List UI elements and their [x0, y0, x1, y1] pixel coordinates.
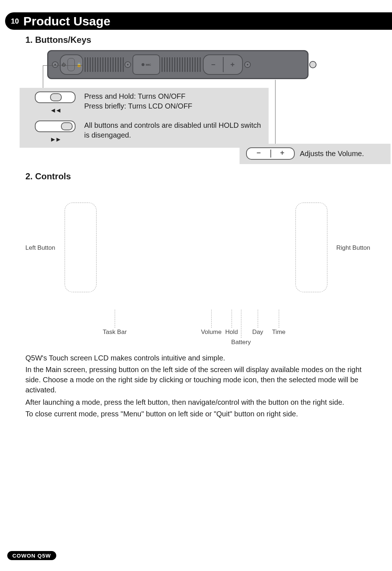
- mic-panel: MIC: [132, 54, 160, 75]
- mic-dot-icon: [142, 63, 144, 66]
- stylus-slot-icon: [309, 61, 317, 68]
- port-icon: [124, 61, 131, 68]
- hold-label: Hold: [225, 329, 238, 336]
- battery-label: Battery: [231, 339, 251, 346]
- hold-callout: ►► All buttons and controls are disabled…: [20, 117, 269, 148]
- slider-icon: [35, 91, 75, 103]
- body-p1: Q5W's Touch screen LCD makes controls in…: [25, 353, 367, 363]
- leader-line: [232, 310, 232, 328]
- volume-label: Volume: [201, 329, 222, 336]
- leader-line: [279, 310, 279, 328]
- speaker-grille-icon: [85, 57, 124, 72]
- page-title: Product Usage: [23, 14, 110, 28]
- leader-line: [211, 310, 212, 328]
- section2-heading: 2. Controls: [25, 171, 71, 182]
- page-number: 10: [11, 17, 19, 25]
- speaker-grille-icon: [162, 57, 201, 72]
- controls-diagram: Left Button Right Button Task Bar Volume…: [22, 201, 370, 353]
- body-p3: After launching a mode, press the left b…: [25, 397, 367, 407]
- hold-text: All buttons and controls are disabled un…: [84, 121, 262, 143]
- volume-callout: − + Adjusts the Volume.: [240, 144, 391, 164]
- device-top-view: ⏻ 🔒 MIC − +: [47, 50, 309, 79]
- taskbar-label: Task Bar: [103, 329, 127, 336]
- body-p2: In the Main screen, pressing button on t…: [25, 364, 367, 395]
- volume-text: Adjusts the Volume.: [300, 150, 364, 158]
- leader-line: [115, 310, 115, 328]
- volume-rocker-icon: − +: [203, 54, 243, 75]
- leader-line: [43, 65, 83, 66]
- power-switch-icon: ⏻ 🔒: [60, 54, 83, 75]
- time-label: Time: [272, 329, 285, 336]
- title-bar: 10 Product Usage: [5, 12, 392, 30]
- left-button-outline: [65, 203, 97, 292]
- section1-heading: 1. Buttons/Keys: [25, 35, 91, 45]
- power-callout: ◄◄ Press and Hold: Turns ON/OFF Press br…: [20, 88, 269, 119]
- plus-icon: +: [270, 148, 294, 159]
- port-icon: [244, 61, 251, 68]
- body-p4: To close current mode, press "Menu" butt…: [25, 409, 367, 419]
- right-button-outline: [295, 203, 327, 292]
- right-button-label: Right Button: [336, 244, 370, 252]
- port-icon: [52, 61, 58, 68]
- volume-minus-icon: −: [204, 61, 223, 69]
- volume-plus-icon: +: [223, 61, 242, 69]
- leader-line: [258, 310, 258, 328]
- power-brief-text: Press briefly: Turns LCD ON/OFF: [84, 101, 262, 111]
- forward-icon: ►►: [50, 136, 61, 143]
- minus-icon: −: [247, 148, 270, 159]
- day-label: Day: [252, 329, 263, 336]
- power-hold-text: Press and Hold: Turns ON/OFF: [84, 91, 262, 101]
- mic-label: MIC: [146, 63, 151, 66]
- slider-icon: [35, 121, 75, 132]
- left-button-label: Left Button: [25, 244, 55, 252]
- volume-button-icon: − +: [246, 147, 295, 160]
- rewind-icon: ◄◄: [50, 107, 61, 114]
- product-badge: COWON Q5W: [7, 551, 56, 560]
- leader-line: [241, 310, 241, 338]
